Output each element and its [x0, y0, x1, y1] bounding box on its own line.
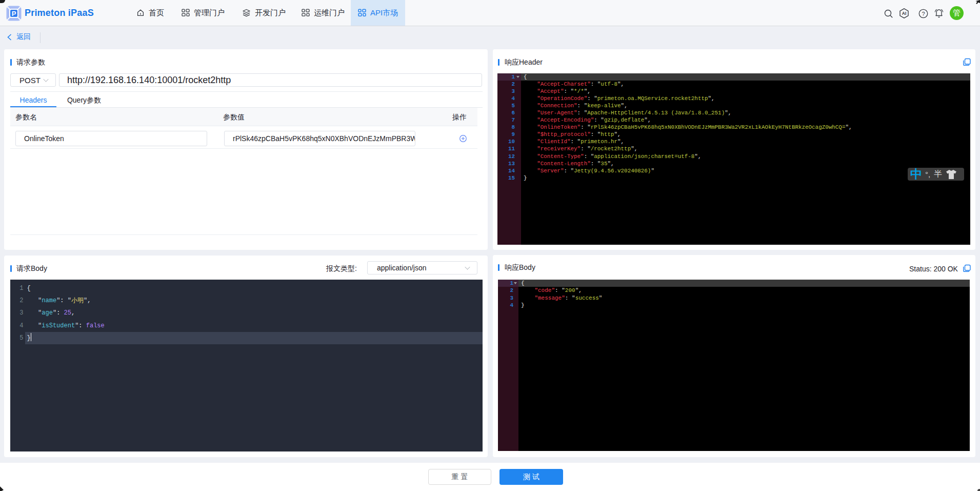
svg-text:?: ? [922, 11, 925, 17]
svg-text:AI: AI [902, 11, 907, 16]
svg-text:P: P [12, 10, 16, 17]
